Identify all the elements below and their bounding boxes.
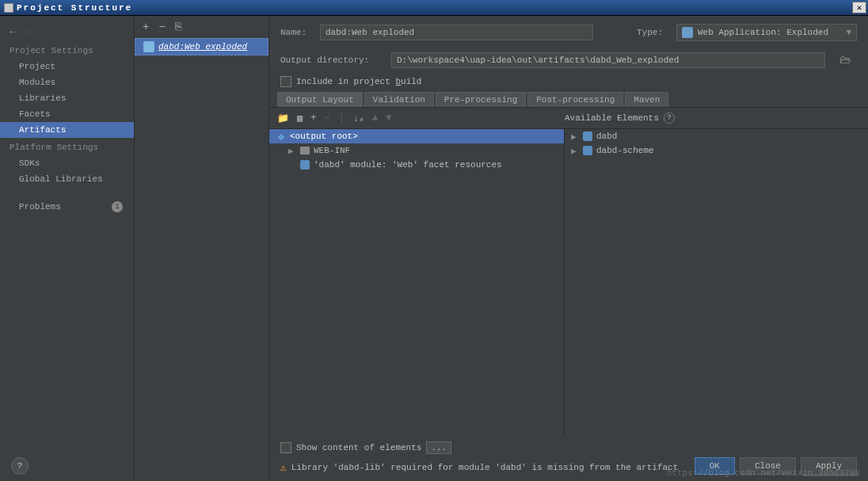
- sidebar-item-project[interactable]: Project: [0, 59, 134, 74]
- facet-resources-node[interactable]: 'dabd' module: 'Web' facet resources: [269, 158, 564, 172]
- add-icon[interactable]: +: [143, 21, 149, 33]
- available-item-dabd-scheme[interactable]: ▶ dabd-scheme: [565, 143, 868, 158]
- expand-icon[interactable]: ▶: [571, 132, 579, 142]
- sort-icon[interactable]: ↓ₐ: [353, 113, 364, 124]
- available-elements-label: Available Elements: [565, 113, 659, 123]
- show-content-checkbox[interactable]: [280, 442, 291, 453]
- name-input[interactable]: [320, 25, 593, 40]
- ok-button[interactable]: OK: [695, 457, 735, 475]
- new-archive-icon[interactable]: ▦: [297, 113, 303, 124]
- type-select[interactable]: Web Application: Exploded ▼: [676, 24, 857, 41]
- output-tree: ❖ <output root> ▶ WEB-INF 'dabd' module:…: [269, 129, 565, 437]
- module-icon: [582, 145, 593, 156]
- warning-text: Library 'dabd-lib' required for module '…: [291, 463, 678, 472]
- copy-icon[interactable]: ⎘: [175, 21, 181, 33]
- tab-post-processing[interactable]: Post-processing: [527, 92, 623, 107]
- output-root-icon: ❖: [276, 131, 287, 142]
- tabs: Output Layout Validation Pre-processing …: [269, 92, 868, 108]
- move-down-icon[interactable]: ▼: [386, 113, 391, 124]
- window-title: Project Structure: [17, 3, 132, 13]
- remove-icon[interactable]: −: [158, 21, 165, 33]
- facet-icon: [299, 159, 310, 170]
- module-icon: [582, 131, 593, 142]
- sidebar-item-sdks[interactable]: SDKs: [0, 155, 134, 171]
- artifact-list-item[interactable]: dabd:Web exploded: [135, 38, 268, 55]
- new-folder-icon[interactable]: 📁: [277, 113, 289, 124]
- include-in-build-label: Include in project build: [296, 77, 421, 86]
- nav-back-icon[interactable]: ←: [10, 25, 16, 38]
- remove-item-icon[interactable]: −: [324, 113, 329, 124]
- browse-folder-icon[interactable]: 🗁: [833, 54, 857, 67]
- add-copy-icon[interactable]: +: [310, 113, 316, 124]
- app-icon: [4, 3, 13, 13]
- nav-forward-icon[interactable]: →: [22, 25, 29, 38]
- type-icon: [682, 27, 693, 38]
- problems-count-badge: 1: [112, 201, 123, 212]
- type-label: Type:: [637, 28, 668, 37]
- tab-maven[interactable]: Maven: [625, 92, 668, 107]
- move-up-icon[interactable]: ▲: [372, 113, 378, 124]
- chevron-down-icon: ▼: [846, 28, 851, 37]
- output-root-node[interactable]: ❖ <output root>: [269, 129, 564, 143]
- sidebar-item-modules[interactable]: Modules: [0, 74, 134, 90]
- webinf-node[interactable]: ▶ WEB-INF: [269, 143, 564, 158]
- output-dir-input[interactable]: [391, 52, 825, 68]
- close-button[interactable]: ✕: [852, 2, 866, 13]
- tab-pre-processing[interactable]: Pre-processing: [436, 92, 526, 107]
- sidebar-item-libraries[interactable]: Libraries: [0, 90, 134, 106]
- artifacts-list-panel: + − ⎘ dabd:Web exploded: [135, 16, 269, 481]
- tab-validation[interactable]: Validation: [364, 92, 434, 107]
- artifact-name-label: dabd:Web exploded: [158, 42, 247, 52]
- type-value: Web Application: Exploded: [698, 28, 828, 37]
- available-item-dabd[interactable]: ▶ dabd: [565, 129, 868, 143]
- name-label: Name:: [280, 28, 312, 37]
- sidebar-item-problems[interactable]: Problems 1: [0, 198, 134, 216]
- folder-icon: [299, 145, 310, 156]
- configure-content-button[interactable]: ...: [426, 441, 451, 454]
- help-icon[interactable]: ?: [664, 113, 675, 124]
- warning-icon: ⚠: [280, 461, 287, 474]
- expand-icon[interactable]: ▶: [288, 146, 296, 156]
- include-in-build-checkbox[interactable]: [280, 76, 291, 87]
- output-dir-label: Output directory:: [280, 55, 383, 65]
- artifact-icon: [143, 41, 154, 52]
- sidebar: ← → Project Settings Project Modules Lib…: [0, 16, 135, 481]
- sidebar-item-global-libraries[interactable]: Global Libraries: [0, 171, 134, 187]
- tab-output-layout[interactable]: Output Layout: [277, 92, 363, 107]
- section-platform-settings: Platform Settings: [0, 138, 134, 155]
- section-project-settings: Project Settings: [0, 41, 134, 59]
- help-button[interactable]: ?: [11, 457, 29, 475]
- details-panel: Name: Type: Web Application: Exploded ▼ …: [269, 16, 868, 481]
- problems-label: Problems: [19, 202, 61, 212]
- available-tree: ▶ dabd ▶ dabd-scheme: [565, 129, 868, 437]
- apply-button[interactable]: Apply: [801, 457, 857, 475]
- show-content-label: Show content of elements: [296, 443, 421, 452]
- title-bar: Project Structure ✕: [0, 0, 868, 16]
- sidebar-item-artifacts[interactable]: Artifacts: [0, 122, 134, 138]
- close-button[interactable]: Close: [740, 457, 796, 475]
- sidebar-item-facets[interactable]: Facets: [0, 106, 134, 122]
- expand-icon[interactable]: ▶: [571, 146, 579, 156]
